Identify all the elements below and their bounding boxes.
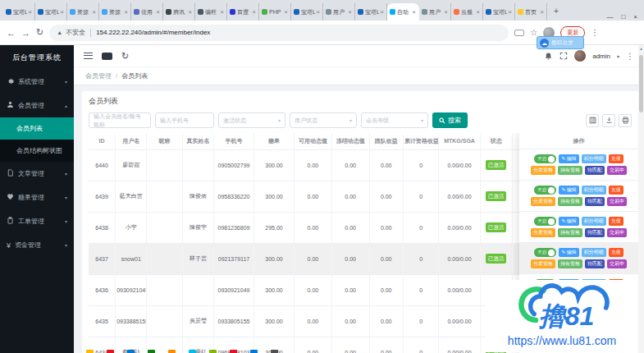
notification-icon[interactable]: [544, 52, 553, 61]
points-detail-button[interactable]: 积分明细: [582, 186, 606, 195]
sidebar-subitem[interactable]: 会员结构树状图: [0, 140, 74, 162]
tab-close-icon[interactable]: ×: [412, 8, 416, 16]
browser-tab[interactable]: 用户×: [323, 3, 355, 21]
reload-button[interactable]: ↻: [36, 27, 43, 38]
taskbar-app-icon[interactable]: [168, 350, 176, 353]
browser-tab[interactable]: 宝塔L×: [483, 3, 515, 21]
browser-tab[interactable]: 编程×: [195, 3, 227, 21]
browser-tab[interactable]: 资源×: [67, 3, 99, 21]
search-button[interactable]: 搜索: [432, 112, 468, 128]
sidebar-subitem[interactable]: 会员列表: [0, 117, 74, 140]
tab-close-icon[interactable]: ×: [348, 8, 352, 16]
hold-button[interactable]: 持有资格: [558, 228, 582, 237]
username-label[interactable]: admin: [592, 53, 610, 60]
sidebar-item-gear[interactable]: 系统管理▾: [0, 70, 74, 94]
distribute-button[interactable]: 分发资格: [531, 259, 555, 268]
browser-tab[interactable]: 自动×: [387, 3, 419, 21]
browser-tab[interactable]: 百度×: [227, 3, 259, 21]
tab-close-icon[interactable]: ×: [220, 8, 224, 16]
trading-button[interactable]: 交易中: [607, 259, 627, 268]
url-bar[interactable]: ▲ 不安全 154.222.22.240/admin/#/member/inde…: [49, 25, 509, 41]
bookmark-star-icon[interactable]: ☆: [530, 28, 537, 37]
recharge-button[interactable]: 充值: [609, 154, 623, 163]
taskbar-app-icon[interactable]: [107, 350, 114, 353]
taskbar-app-icon[interactable]: [230, 350, 237, 353]
scroll-up-icon[interactable]: ▲: [638, 45, 644, 53]
columns-icon[interactable]: [586, 114, 599, 127]
print-icon[interactable]: [619, 114, 632, 127]
taskbar-app-icon[interactable]: [271, 350, 278, 353]
collapse-sidebar-icon[interactable]: [84, 53, 93, 59]
fullscreen-icon[interactable]: [560, 52, 568, 60]
tab-close-icon[interactable]: ×: [60, 8, 64, 16]
taskbar-app-icon[interactable]: [189, 350, 196, 353]
back-button[interactable]: ←: [7, 28, 16, 38]
edit-button[interactable]: ✎ 编辑: [559, 217, 579, 226]
tab-close-icon[interactable]: ×: [28, 8, 32, 16]
enable-toggle[interactable]: 开启: [534, 217, 556, 226]
tab-close-icon[interactable]: ×: [444, 8, 448, 16]
browser-tab[interactable]: 宝塔L×: [3, 3, 35, 21]
tab-close-icon[interactable]: ×: [252, 8, 256, 16]
browser-tab[interactable]: PHP×: [259, 3, 291, 21]
recharge-button[interactable]: 充值: [609, 217, 623, 226]
enable-toggle[interactable]: 开启: [534, 186, 556, 195]
tab-close-icon[interactable]: ×: [316, 8, 320, 16]
browser-tab[interactable]: 首页×: [515, 3, 547, 21]
distribute-button[interactable]: 分发资格: [531, 228, 555, 237]
trading-button[interactable]: 交易中: [607, 197, 627, 206]
browser-tab[interactable]: 宝塔L×: [35, 3, 67, 21]
edit-button[interactable]: ✎ 编辑: [559, 248, 579, 257]
browser-tab[interactable]: 云服×: [451, 3, 483, 21]
tab-close-icon[interactable]: ×: [284, 8, 288, 16]
phone-input[interactable]: 输入手机号: [155, 112, 214, 128]
browser-menu-icon[interactable]: ⋮: [591, 28, 599, 37]
sidebar-item-doc[interactable]: 文章管理▾: [0, 162, 74, 186]
page-scrollbar[interactable]: ▲: [638, 45, 644, 353]
pending-match-button[interactable]: 待匹配: [585, 166, 605, 175]
browser-tab[interactable]: 宝塔L×: [291, 3, 323, 21]
pending-match-button[interactable]: 待匹配: [585, 228, 605, 237]
hold-button[interactable]: 持有资格: [558, 197, 582, 206]
trading-button[interactable]: 交易中: [607, 228, 627, 237]
forward-button[interactable]: →: [21, 28, 30, 38]
points-detail-button[interactable]: 积分明细: [582, 154, 606, 163]
close-button[interactable]: ×: [633, 13, 637, 21]
more-options-icon[interactable]: ⋮: [626, 52, 634, 61]
new-tab-button[interactable]: +: [550, 5, 563, 18]
user-status-select[interactable]: 用户状态▾: [290, 112, 357, 128]
taskbar-app-icon[interactable]: [86, 350, 94, 353]
pending-match-button[interactable]: 待匹配: [585, 197, 605, 206]
export-icon[interactable]: [602, 114, 615, 127]
breadcrumb-parent[interactable]: 会员管理: [85, 71, 112, 80]
bookmark-icon[interactable]: [102, 53, 112, 60]
recharge-button[interactable]: 充值: [609, 186, 623, 195]
points-detail-button[interactable]: 积分明细: [582, 248, 606, 257]
user-avatar[interactable]: [574, 50, 586, 62]
table-row[interactable]: 6440廖碧霞0905002799300.000.000.000.0000.00…: [89, 149, 584, 181]
taskbar-app-icon[interactable]: [148, 350, 155, 353]
edit-button[interactable]: ✎ 编辑: [559, 186, 579, 195]
member-name-input[interactable]: 输入会员姓名/账号昵称: [89, 112, 151, 128]
browser-tab[interactable]: 腾讯×: [163, 3, 195, 21]
hold-button[interactable]: 持有资格: [558, 166, 582, 175]
edit-button[interactable]: ✎ 编辑: [559, 154, 579, 163]
tab-close-icon[interactable]: ×: [156, 8, 160, 16]
taskbar-app-icon[interactable]: [209, 350, 217, 353]
table-row[interactable]: 6438小宇陳俊宇0981236809295.000.000.000.0000.…: [89, 212, 584, 243]
user-dropdown-icon[interactable]: ▾: [617, 53, 619, 59]
member-level-select[interactable]: 会员等级▾: [361, 112, 428, 128]
hold-button[interactable]: 持有资格: [558, 259, 582, 268]
scrollbar-thumb[interactable]: [639, 55, 643, 112]
taskbar-app-icon[interactable]: [127, 350, 135, 353]
browser-tab[interactable]: 使用×: [131, 3, 163, 21]
tab-close-icon[interactable]: ×: [380, 8, 384, 16]
refresh-icon[interactable]: ↻: [121, 52, 129, 61]
enable-toggle[interactable]: 开启: [534, 248, 556, 257]
browser-tab[interactable]: 资源×: [99, 3, 131, 21]
sidebar-item-yen[interactable]: ¥资金管理▾: [0, 233, 74, 257]
key-icon[interactable]: [514, 30, 524, 36]
trading-button[interactable]: 交易中: [607, 166, 627, 175]
tab-close-icon[interactable]: ×: [540, 8, 544, 16]
browser-tab[interactable]: 用户×: [419, 3, 451, 21]
